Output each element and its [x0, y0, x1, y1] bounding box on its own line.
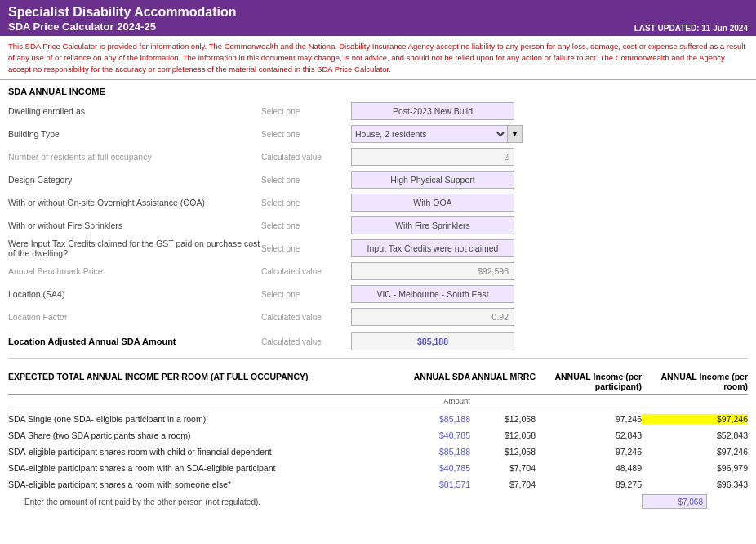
header-left: Specialist Disability Accommodation SDA …	[8, 5, 236, 33]
table-cell-desc: SDA-eligible participant shares room wit…	[8, 447, 380, 457]
control-adjusted-amount	[351, 332, 748, 350]
header-bar: Specialist Disability Accommodation SDA …	[0, 0, 756, 36]
table-col-per-room-sub	[642, 396, 748, 405]
input-benchmark	[351, 262, 514, 280]
hint-ooa: Select one	[261, 198, 351, 207]
label-residents: Number of residents at full occupancy	[8, 152, 261, 162]
label-sprinklers: With or without Fire Sprinklers	[8, 221, 261, 230]
table-cell-sda: $40,785	[380, 463, 470, 473]
control-benchmark	[351, 262, 748, 280]
form-row-location-factor: Location Factor Calculated value	[8, 305, 748, 328]
table-row: SDA-eligible participant shares a room w…	[8, 476, 748, 493]
table-cell-sda: $85,188	[380, 414, 470, 424]
label-ooa: With or without On-site Overnight Assist…	[8, 198, 261, 207]
input-location[interactable]	[351, 285, 514, 303]
table-sub-header: Amount	[8, 396, 748, 408]
label-adjusted-amount: Location Adjusted Annual SDA Amount	[8, 337, 261, 346]
table-cell-sda: $40,785	[380, 430, 470, 440]
table-cell-per-room: $96,343	[642, 479, 748, 489]
table-col-mrrc-header: ANNUAL MRRC	[470, 372, 536, 391]
form-row-adjusted-amount: Location Adjusted Annual SDA Amount Calc…	[8, 330, 748, 353]
table-cell-sda: $81,571	[380, 479, 470, 489]
table-row: SDA-eligible participant shares a room w…	[8, 460, 748, 476]
table-row: SDA-eligible participant shares room wit…	[8, 444, 748, 460]
hint-residents: Calculated value	[261, 153, 351, 162]
table-row: SDA Share (two SDA participants share a …	[8, 427, 748, 444]
label-design-category: Design Category	[8, 175, 261, 185]
table-cell-mrrc: $12,058	[470, 430, 536, 440]
rent-label: Enter the amount of rent paid by the oth…	[24, 497, 642, 506]
table-col-sda-header: ANNUAL SDA	[380, 372, 470, 391]
table-col-desc-header: EXPECTED TOTAL ANNUAL INCOME PER ROOM (A…	[8, 372, 380, 391]
control-dwelling	[351, 102, 748, 120]
form-row-location: Location (SA4) Select one	[8, 283, 748, 305]
input-design-category[interactable]	[351, 171, 514, 189]
control-sprinklers	[351, 216, 748, 234]
header-subtitle: SDA Price Calculator 2024-25	[8, 20, 236, 33]
table-header-row1: EXPECTED TOTAL ANNUAL INCOME PER ROOM (A…	[8, 372, 748, 395]
income-table-section: EXPECTED TOTAL ANNUAL INCOME PER ROOM (A…	[0, 363, 756, 514]
table-col-sda-sub: Amount	[380, 396, 470, 405]
hint-sprinklers: Select one	[261, 221, 351, 230]
table-cell-mrrc: $12,058	[470, 414, 536, 424]
label-location-factor: Location Factor	[8, 312, 261, 322]
hint-adjusted-amount: Calculated value	[261, 337, 351, 346]
label-benchmark: Annual Benchmark Price	[8, 266, 261, 276]
table-cell-mrrc: $7,704	[470, 463, 536, 473]
dropdown-building-type-wrapper: House, 2 residents ▼	[351, 125, 523, 143]
hint-design-category: Select one	[261, 176, 351, 185]
form-row-benchmark: Annual Benchmark Price Calculated value	[8, 260, 748, 283]
form-row-ooa: With or without On-site Overnight Assist…	[8, 191, 748, 214]
label-dwelling: Dwelling enrolled as	[8, 106, 261, 116]
dropdown-btn-building-type[interactable]: ▼	[508, 125, 523, 143]
table-cell-per-room: $52,843	[642, 430, 748, 440]
input-adjusted-amount	[351, 332, 514, 350]
table-cell-per-room: $97,246	[642, 414, 748, 424]
table-cell-desc: SDA Share (two SDA participants share a …	[8, 430, 380, 440]
hint-location: Select one	[261, 290, 351, 299]
form-row-design-category: Design Category Select one	[8, 168, 748, 191]
input-ooa[interactable]	[351, 194, 514, 212]
table-col-per-part-header: ANNUAL Income (per participant)	[536, 372, 642, 391]
form-row-tax-credits: Were Input Tax Credits claimed for the G…	[8, 237, 748, 260]
hint-location-factor: Calculated value	[261, 313, 351, 322]
table-col-per-room-header: ANNUAL Income (per room)	[642, 372, 748, 391]
input-dwelling[interactable]	[351, 102, 514, 120]
input-location-factor	[351, 308, 514, 326]
label-building-type: Building Type	[8, 129, 261, 139]
table-cell-per-part: 52,843	[536, 430, 642, 440]
select-building-type[interactable]: House, 2 residents	[351, 125, 508, 143]
table-row: SDA Single (one SDA- eligible participan…	[8, 411, 748, 427]
table-cell-sda: $85,188	[380, 447, 470, 457]
rent-input[interactable]	[642, 494, 707, 509]
hint-benchmark: Calculated value	[261, 267, 351, 276]
label-location: Location (SA4)	[8, 289, 261, 299]
header-title: Specialist Disability Accommodation	[8, 5, 236, 20]
last-updated-label: LAST UPDATED:	[634, 24, 700, 33]
table-cell-per-part: 89,275	[536, 479, 642, 489]
divider	[8, 358, 748, 359]
table-col-per-part-sub	[536, 396, 642, 405]
control-tax-credits	[351, 239, 748, 257]
hint-dwelling: Select one	[261, 107, 351, 116]
table-cell-mrrc: $12,058	[470, 447, 536, 457]
label-tax-credits: Were Input Tax Credits claimed for the G…	[8, 239, 261, 258]
form-row-residents: Number of residents at full occupancy Ca…	[8, 145, 748, 168]
control-design-category	[351, 171, 748, 189]
table-col-desc-sub	[8, 396, 380, 405]
table-cell-desc: SDA Single (one SDA- eligible participan…	[8, 414, 380, 424]
hint-building-type: Select one	[261, 130, 351, 139]
table-cell-per-part: 48,489	[536, 463, 642, 473]
section-title: SDA ANNUAL INCOME	[0, 80, 756, 100]
input-tax-credits[interactable]	[351, 239, 514, 257]
table-cell-per-room: $97,246	[642, 447, 748, 457]
control-building-type: House, 2 residents ▼	[351, 125, 748, 143]
disclaimer: This SDA Price Calculator is provided fo…	[0, 36, 756, 80]
last-updated-date: 11 Jun 2024	[701, 24, 748, 33]
header-updated: LAST UPDATED: 11 Jun 2024	[634, 24, 748, 33]
hint-tax-credits: Select one	[261, 244, 351, 253]
input-sprinklers[interactable]	[351, 216, 514, 234]
control-location	[351, 285, 748, 303]
table-cell-per-part: 97,246	[536, 414, 642, 424]
form-row-building-type: Building Type Select one House, 2 reside…	[8, 123, 748, 145]
